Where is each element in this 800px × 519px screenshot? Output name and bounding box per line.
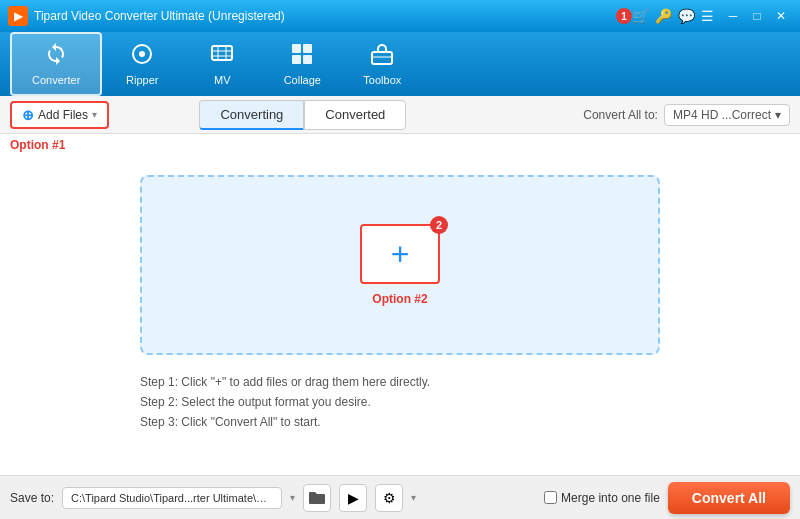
path-dropdown-icon[interactable]: ▾: [290, 492, 295, 503]
drop-zone[interactable]: + 2 Option #2: [140, 175, 660, 355]
nav-mv[interactable]: MV: [182, 32, 262, 96]
mv-label: MV: [214, 74, 231, 86]
app-logo: ▶: [8, 6, 28, 26]
tabs-bar: ⊕ Add Files ▾ Option #1 Converting Conve…: [0, 96, 800, 134]
option1-badge: Option #1: [10, 138, 65, 152]
format-dropdown-icon: ▾: [775, 108, 781, 122]
play-icon-button[interactable]: ▶: [339, 484, 367, 512]
convert-all-to-label: Convert All to:: [583, 108, 658, 122]
ripper-icon: [130, 42, 154, 72]
converter-icon: [44, 42, 68, 72]
svg-rect-3: [292, 44, 301, 53]
header-icons: 🛒 🔑 💬 ☰: [632, 8, 714, 24]
nav-toolbox[interactable]: Toolbox: [342, 32, 422, 96]
save-to-label: Save to:: [10, 491, 54, 505]
nav-converter[interactable]: Converter: [10, 32, 102, 96]
title-badge: 1: [616, 8, 632, 24]
convert-all-button[interactable]: Convert All: [668, 482, 790, 514]
format-select[interactable]: MP4 HD ...Correct ▾: [664, 104, 790, 126]
save-path-display: C:\Tipard Studio\Tipard...rter Ultimate\…: [62, 487, 282, 509]
main-toolbar: Converter Ripper MV Collag: [0, 32, 800, 96]
step-1-text: Step 1: Click "+" to add files or drag t…: [140, 375, 660, 389]
window-controls: ─ □ ✕: [722, 5, 792, 27]
collage-icon: [290, 42, 314, 72]
menu-icon[interactable]: ☰: [701, 8, 714, 24]
settings-dropdown-icon[interactable]: ▾: [411, 492, 416, 503]
chat-icon[interactable]: 💬: [678, 8, 695, 24]
settings-icon-button[interactable]: ⚙: [375, 484, 403, 512]
svg-rect-7: [372, 52, 392, 64]
nav-collage[interactable]: Collage: [262, 32, 342, 96]
main-area: + 2 Option #2 Step 1: Click "+" to add f…: [0, 134, 800, 475]
svg-rect-2: [212, 46, 232, 60]
folder-icon-button[interactable]: [303, 484, 331, 512]
converter-label: Converter: [32, 74, 80, 86]
bottom-bar: Save to: C:\Tipard Studio\Tipard...rter …: [0, 475, 800, 519]
dropdown-arrow-icon: ▾: [92, 109, 97, 120]
close-button[interactable]: ✕: [770, 5, 792, 27]
add-file-plus-button[interactable]: + 2: [360, 224, 440, 284]
format-value: MP4 HD ...Correct: [673, 108, 771, 122]
add-files-button[interactable]: ⊕ Add Files ▾: [10, 101, 109, 129]
svg-rect-6: [303, 55, 312, 64]
maximize-button[interactable]: □: [746, 5, 768, 27]
plus-icon: ⊕: [22, 107, 34, 123]
step-3-text: Step 3: Click "Convert All" to start.: [140, 415, 660, 429]
cart-icon[interactable]: 🛒: [632, 8, 649, 24]
merge-checkbox[interactable]: [544, 491, 557, 504]
step-2-text: Step 2: Select the output format you des…: [140, 395, 660, 409]
tab-converting[interactable]: Converting: [199, 100, 304, 130]
plus-symbol: +: [391, 238, 410, 270]
content-area: ⊕ Add Files ▾ Option #1 Converting Conve…: [0, 96, 800, 475]
convert-all-to-section: Convert All to: MP4 HD ...Correct ▾: [583, 104, 790, 126]
merge-label: Merge into one file: [561, 491, 660, 505]
svg-point-1: [139, 51, 145, 57]
tabs-group: Converting Converted: [199, 100, 406, 130]
nav-ripper[interactable]: Ripper: [102, 32, 182, 96]
merge-checkbox-group: Merge into one file: [544, 491, 660, 505]
key-icon[interactable]: 🔑: [655, 8, 672, 24]
toolbox-label: Toolbox: [363, 74, 401, 86]
svg-rect-4: [303, 44, 312, 53]
option2-badge-number: 2: [430, 216, 448, 234]
add-files-label: Add Files: [38, 108, 88, 122]
option2-label: Option #2: [372, 292, 427, 306]
svg-rect-5: [292, 55, 301, 64]
toolbox-icon: [370, 42, 394, 72]
app-title: Tipard Video Converter Ultimate (Unregis…: [34, 9, 612, 23]
ripper-label: Ripper: [126, 74, 158, 86]
collage-label: Collage: [284, 74, 321, 86]
minimize-button[interactable]: ─: [722, 5, 744, 27]
title-bar: ▶ Tipard Video Converter Ultimate (Unreg…: [0, 0, 800, 32]
tab-converted[interactable]: Converted: [304, 100, 406, 130]
steps-instructions: Step 1: Click "+" to add files or drag t…: [140, 375, 660, 435]
mv-icon: [210, 42, 234, 72]
